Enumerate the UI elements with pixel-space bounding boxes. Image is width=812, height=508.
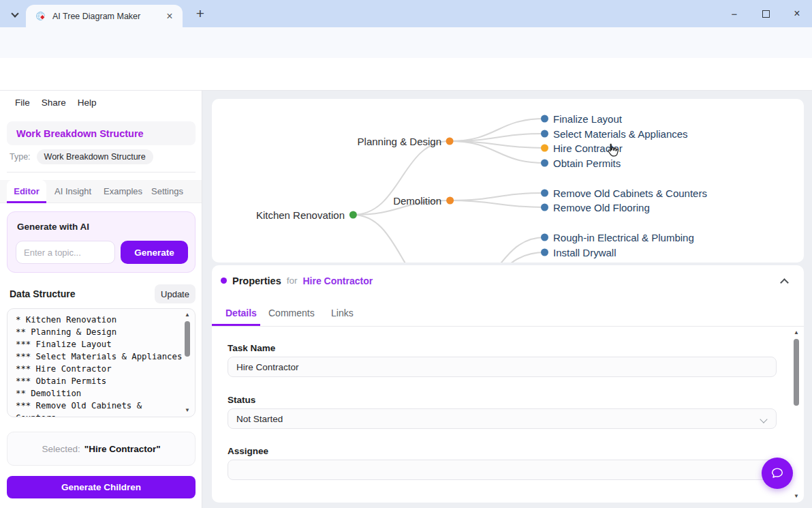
- props-tab-links[interactable]: Links: [331, 302, 354, 324]
- tree-node-leaf[interactable]: Finalize Layout: [541, 113, 622, 125]
- browser-tabstrip: AI Tree Diagram Maker × + − ×: [0, 0, 812, 27]
- tree-node-leaf[interactable]: Obtain Permits: [541, 158, 621, 169]
- tabs-divider: [212, 326, 804, 327]
- scrollbar-thumb[interactable]: [185, 321, 190, 357]
- branch-dot: [446, 138, 454, 145]
- chevron-down-icon: [11, 10, 18, 17]
- menu-share[interactable]: Share: [42, 98, 66, 108]
- diagram-type-row: Type: Work Breakdown Structure: [10, 149, 153, 164]
- node-label: Select Materials & Appliances: [553, 128, 688, 140]
- tab-search-button[interactable]: [6, 6, 24, 23]
- leaf-dot: [541, 115, 548, 123]
- chat-bubble-icon: [770, 466, 785, 481]
- tree-diagram-canvas[interactable]: Kitchen Renovation Planning & Design Dem…: [212, 99, 804, 263]
- maximize-icon: [762, 10, 770, 18]
- data-structure-title: Data Structure: [10, 288, 75, 299]
- properties-for-word: for: [287, 275, 298, 286]
- type-label: Type:: [10, 152, 31, 162]
- new-tab-button[interactable]: +: [191, 4, 210, 23]
- properties-scrollbar[interactable]: ▲ ▼: [792, 329, 800, 500]
- tab-settings[interactable]: Settings: [151, 180, 183, 203]
- generate-button[interactable]: Generate: [121, 241, 188, 264]
- tree-node-leaf[interactable]: Select Materials & Appliances: [541, 128, 688, 140]
- root-dot: [349, 211, 357, 219]
- site-favicon: [35, 11, 46, 22]
- props-tab-details[interactable]: Details: [225, 302, 257, 324]
- sidebar-tabs: Editor AI Insight Examples Settings: [0, 180, 202, 203]
- generate-children-button[interactable]: Generate Children: [7, 476, 196, 498]
- node-label: Remove Old Flooring: [553, 202, 650, 213]
- properties-header: Properties for Hire Contractor: [221, 265, 373, 296]
- browser-toolbar: ← → ⟳ ai-toolbox.visual-paradigm.com/app…: [0, 27, 812, 58]
- node-label: Finalize Layout: [553, 113, 622, 125]
- leaf-dot: [541, 234, 548, 241]
- props-tab-comments[interactable]: Comments: [268, 302, 315, 324]
- properties-panel: Properties for Hire Contractor Details C…: [212, 265, 804, 503]
- tab-examples[interactable]: Examples: [104, 180, 142, 203]
- window-maximize-button[interactable]: [754, 5, 777, 22]
- node-label: Obtain Permits: [553, 158, 621, 169]
- branch-dot: [446, 197, 454, 205]
- scroll-down-icon[interactable]: ▼: [185, 407, 190, 414]
- generate-ai-title: Generate with AI: [17, 222, 89, 232]
- sidebar-divider: [7, 172, 196, 173]
- leaf-dot: [541, 204, 548, 211]
- chat-widget-button[interactable]: [762, 458, 793, 489]
- scroll-down-icon[interactable]: ▼: [794, 493, 799, 500]
- tab-ai-insight[interactable]: AI Insight: [54, 180, 91, 203]
- data-structure-text[interactable]: * Kitchen Renovation ** Planning & Desig…: [16, 314, 183, 417]
- menu-bar: File Share Help: [15, 98, 97, 108]
- window-minimize-button[interactable]: −: [723, 5, 746, 22]
- collapse-panel-icon[interactable]: [780, 278, 789, 287]
- document-title: Work Breakdown Structure: [7, 121, 196, 145]
- node-label: Remove Old Cabinets & Counters: [553, 188, 707, 199]
- node-label: Planning & Design: [358, 136, 441, 147]
- status-label: Status: [228, 395, 255, 405]
- selected-label: Selected:: [42, 444, 80, 454]
- selected-node-box: Selected: "Hire Contractor": [7, 432, 196, 466]
- properties-target: Hire Contractor: [303, 275, 373, 286]
- browser-tab[interactable]: AI Tree Diagram Maker ×: [26, 5, 183, 27]
- task-name-label: Task Name: [228, 343, 275, 353]
- status-select[interactable]: Not Started: [228, 408, 777, 429]
- update-button[interactable]: Update: [155, 284, 196, 303]
- topic-input[interactable]: [16, 241, 115, 264]
- window-close-button[interactable]: ×: [785, 5, 809, 22]
- chevron-down-icon: [760, 415, 767, 423]
- tree-node-leaf[interactable]: Remove Old Flooring: [541, 202, 650, 213]
- type-value-pill: Work Breakdown Structure: [37, 149, 153, 164]
- tab-close-icon[interactable]: ×: [163, 10, 176, 23]
- tree-node-leaf[interactable]: Rough-in Electrical & Plumbing: [541, 232, 694, 243]
- node-label: Install Drywall: [553, 247, 616, 258]
- scrollbar-thumb[interactable]: [794, 339, 799, 406]
- leaf-dot: [541, 130, 548, 138]
- tab-editor[interactable]: Editor: [7, 180, 46, 203]
- tree-node-root[interactable]: Kitchen Renovation: [256, 209, 357, 221]
- scroll-up-icon[interactable]: ▲: [185, 312, 190, 318]
- properties-dot-icon: [221, 278, 227, 284]
- task-name-input[interactable]: [228, 357, 777, 377]
- data-structure-editor[interactable]: * Kitchen Renovation ** Planning & Desig…: [7, 308, 196, 417]
- node-label: Kitchen Renovation: [256, 209, 345, 221]
- properties-title: Properties: [232, 275, 281, 286]
- selected-value: "Hire Contractor": [84, 444, 161, 454]
- node-label: Demolition: [393, 195, 441, 207]
- data-structure-scrollbar[interactable]: ▲ ▼: [183, 312, 191, 414]
- scroll-up-icon[interactable]: ▲: [794, 329, 799, 336]
- tree-edges: [212, 99, 804, 263]
- app-header: AI Tree Diagram Maker Powered by Visual …: [0, 58, 812, 91]
- tree-node-branch[interactable]: Planning & Design: [358, 136, 454, 147]
- menu-help[interactable]: Help: [78, 98, 97, 108]
- assignee-input[interactable]: [228, 460, 777, 480]
- selected-leaf-dot: [541, 145, 548, 152]
- tree-node-leaf-selected[interactable]: Hire Contractor: [541, 143, 623, 154]
- menu-file[interactable]: File: [15, 98, 30, 108]
- tree-node-branch[interactable]: Demolition: [393, 195, 454, 207]
- tree-node-leaf[interactable]: Remove Old Cabinets & Counters: [541, 188, 707, 199]
- generate-ai-panel: Generate with AI Generate: [7, 211, 196, 273]
- node-label: Rough-in Electrical & Plumbing: [553, 232, 694, 243]
- tree-node-leaf[interactable]: Install Drywall: [541, 247, 616, 258]
- main-area: Kitchen Renovation Planning & Design Dem…: [202, 91, 812, 508]
- node-label: Hire Contractor: [553, 143, 623, 154]
- assignee-label: Assignee: [228, 446, 268, 456]
